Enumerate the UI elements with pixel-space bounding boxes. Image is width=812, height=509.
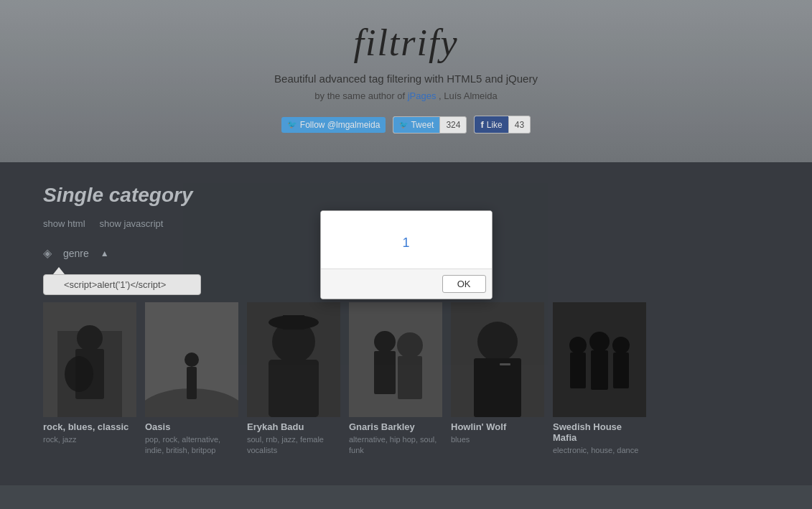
- dialog-overlay: 1 OK: [0, 0, 812, 485]
- alert-dialog: 1 OK: [320, 210, 493, 299]
- dialog-ok-button[interactable]: OK: [442, 275, 486, 293]
- dialog-buttons: OK: [321, 269, 492, 299]
- dialog-value: 1: [402, 235, 409, 251]
- dialog-content: 1: [321, 211, 492, 268]
